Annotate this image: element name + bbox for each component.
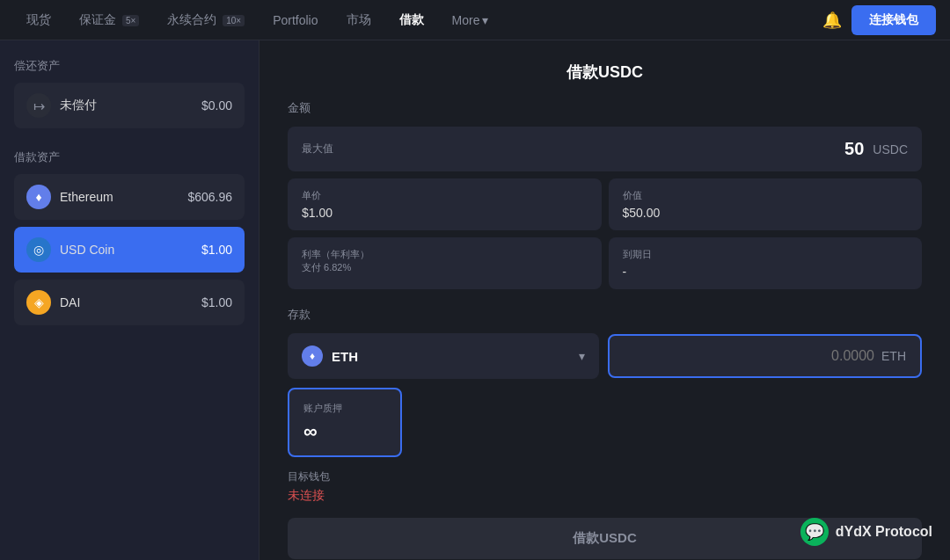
- margin-badge: 5×: [122, 15, 139, 26]
- unit-price-value: $1.00: [302, 206, 588, 220]
- target-wallet-label: 目标钱包: [288, 469, 922, 484]
- nav-margin[interactable]: 保证金 5×: [67, 7, 151, 33]
- dai-asset-name: DAI: [60, 295, 201, 309]
- nav-spot[interactable]: 现货: [14, 7, 63, 33]
- total-value-value: $50.00: [623, 206, 909, 220]
- max-amount-box: 最大值 50 USDC: [288, 127, 922, 171]
- sidebar: 偿还资产 ↦ 未偿付 $0.00 借款资产 ♦ Ethereum $606.96…: [0, 40, 259, 560]
- deposit-row: ♦ ETH ▾ ETH: [288, 333, 922, 379]
- eth-asset-name: Ethereum: [60, 190, 187, 204]
- expiry-cell: 到期日 -: [609, 237, 923, 289]
- wechat-icon: 💬: [800, 518, 829, 546]
- borrow-section-title: 借款资产: [14, 149, 245, 165]
- eth-icon: ♦: [26, 185, 51, 209]
- usdc-asset-row[interactable]: ◎ USD Coin $1.00: [14, 227, 245, 273]
- repay-section: 偿还资产 ↦ 未偿付 $0.00: [14, 58, 245, 128]
- usdc-icon: ◎: [26, 237, 51, 262]
- top-nav: 现货 保证金 5× 永续合约 10× Portfolio 市场 借款 More …: [0, 0, 950, 40]
- interest-rate-label: 利率（年利率） 支付 6.82%: [302, 248, 588, 274]
- target-wallet-section: 目标钱包 未连接: [288, 469, 922, 504]
- nav-borrow[interactable]: 借款: [387, 7, 436, 33]
- collateral-card: 账户质押 ∞: [288, 388, 402, 457]
- token-select-label: ETH: [332, 349, 570, 364]
- interest-rate-cell: 利率（年利率） 支付 6.82%: [288, 237, 602, 289]
- deposit-amount-box: ETH: [608, 334, 923, 378]
- main-layout: 偿还资产 ↦ 未偿付 $0.00 借款资产 ♦ Ethereum $606.96…: [0, 40, 950, 560]
- nav-portfolio[interactable]: Portfolio: [260, 8, 330, 33]
- deposit-input-currency: ETH: [881, 349, 906, 363]
- amount-currency: USDC: [873, 142, 908, 156]
- deposit-amount-input[interactable]: [624, 348, 875, 364]
- max-value: 50: [344, 139, 873, 159]
- total-value-label: 价值: [623, 189, 909, 202]
- repay-asset-value: $0.00: [201, 98, 232, 113]
- token-select-dropdown[interactable]: ♦ ETH ▾: [288, 333, 599, 379]
- target-wallet-value: 未连接: [288, 488, 922, 504]
- borrow-section: 借款资产 ♦ Ethereum $606.96 ◎ USD Coin $1.00…: [14, 149, 245, 325]
- expiry-value: -: [623, 265, 909, 279]
- bell-icon: 🔔: [822, 11, 842, 30]
- total-value-cell: 价值 $50.00: [609, 178, 923, 230]
- collateral-value: ∞: [303, 420, 386, 443]
- chevron-down-icon: ▾: [482, 13, 488, 27]
- notification-bell-button[interactable]: 🔔: [816, 4, 848, 36]
- usdc-asset-value: $1.00: [201, 243, 232, 257]
- nav-market[interactable]: 市场: [334, 7, 384, 33]
- dai-icon: ◈: [26, 290, 51, 315]
- repay-asset-name: 未偿付: [60, 98, 201, 113]
- page-title: 借款USDC: [288, 62, 922, 83]
- eth-token-icon: ♦: [302, 345, 323, 367]
- info-grid: 单价 $1.00 价值 $50.00 利率（年利率） 支付 6.82% 到期日 …: [288, 178, 922, 289]
- usdc-asset-name: USD Coin: [60, 243, 201, 257]
- brand-label: dYdX Protocol: [836, 524, 932, 540]
- amount-section-label: 金额: [288, 100, 922, 116]
- repay-asset-row[interactable]: ↦ 未偿付 $0.00: [14, 83, 245, 128]
- content-area: 借款USDC 金额 最大值 50 USDC 单价 $1.00 价值 $50.00…: [259, 40, 950, 560]
- eth-asset-value: $606.96: [187, 190, 232, 204]
- dai-asset-value: $1.00: [201, 295, 232, 309]
- chevron-down-icon: ▾: [579, 349, 585, 363]
- repay-section-title: 偿还资产: [14, 58, 245, 74]
- expiry-label: 到期日: [623, 248, 909, 261]
- dai-asset-row[interactable]: ◈ DAI $1.00: [14, 280, 245, 325]
- collateral-title: 账户质押: [303, 402, 386, 415]
- eth-asset-row[interactable]: ♦ Ethereum $606.96: [14, 174, 245, 220]
- unit-price-cell: 单价 $1.00: [288, 178, 602, 230]
- nav-perpetual[interactable]: 永续合约 10×: [155, 7, 257, 33]
- deposit-section-label: 存款: [288, 307, 922, 323]
- repay-icon: ↦: [26, 93, 51, 118]
- perpetual-badge: 10×: [223, 15, 245, 26]
- max-label: 最大值: [302, 142, 333, 156]
- connect-wallet-button[interactable]: 连接钱包: [851, 5, 936, 35]
- unit-price-label: 单价: [302, 189, 588, 202]
- watermark: 💬 dYdX Protocol: [800, 518, 932, 546]
- nav-more[interactable]: More ▾: [440, 8, 501, 33]
